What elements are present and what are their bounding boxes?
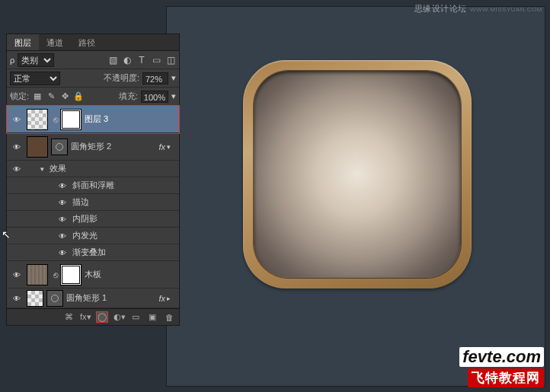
lock-move-icon[interactable]: ✥ (59, 91, 70, 101)
new-group-icon[interactable]: ▭ (130, 312, 141, 322)
layer-thumb[interactable] (27, 290, 43, 307)
type-filter-icon[interactable]: T (136, 55, 147, 65)
link-layers-icon[interactable]: ⌘ (63, 312, 74, 322)
watermark-top: 思缘设计论坛WWW.MISSYUAN.COM (414, 3, 542, 14)
layer-name[interactable]: 圆角矩形 2 (71, 141, 158, 152)
visibility-toggle[interactable] (53, 197, 72, 208)
link-icon: ⎋ (51, 270, 60, 279)
lock-brush-icon[interactable]: ✎ (46, 91, 56, 101)
tab-channels[interactable]: 通道 (39, 34, 71, 50)
visibility-toggle[interactable] (53, 247, 72, 258)
mask-thumb[interactable] (60, 109, 82, 130)
visibility-toggle[interactable] (7, 114, 27, 125)
visibility-toggle[interactable] (53, 214, 72, 225)
fx-name: 内阴影 (72, 213, 176, 225)
shape-filter-icon[interactable]: ▭ (151, 55, 161, 65)
layer-thumb[interactable] (27, 136, 48, 158)
fx-twist-icon[interactable]: ▸ (167, 295, 176, 302)
pixel-filter-icon[interactable]: ▧ (107, 55, 118, 65)
fx-row[interactable]: 描边 (7, 194, 179, 211)
smart-filter-icon[interactable]: ◫ (165, 55, 176, 65)
panel-tabs: 图层 通道 路径 (7, 34, 179, 51)
lock-pixels-icon[interactable]: ▦ (32, 91, 43, 101)
fx-name: 渐变叠加 (72, 247, 176, 258)
fx-menu-icon[interactable]: fx▾ (80, 312, 91, 322)
layer-row[interactable]: 圆角矩形 2 fx ▾ (7, 133, 179, 161)
lock-all-icon[interactable]: 🔒 (73, 91, 84, 101)
layer-row[interactable]: ⎋ 木板 (7, 261, 179, 288)
add-mask-icon[interactable]: ◯ (97, 312, 107, 322)
fx-row[interactable]: 内发光 (7, 228, 179, 244)
twist-icon[interactable]: ▾ (40, 165, 50, 173)
visibility-toggle[interactable] (7, 142, 27, 152)
pointer-cursor-icon: ↖ (2, 228, 11, 241)
link-icon: ⎋ (51, 115, 60, 124)
fx-label[interactable]: fx (158, 294, 165, 303)
filter-row: ρ 类别 ▧ ◐ T ▭ ◫ (7, 51, 179, 69)
icon-surface (254, 71, 461, 278)
fx-header-row[interactable]: ▾ 效果 (7, 161, 179, 177)
tab-paths[interactable]: 路径 (71, 34, 103, 50)
visibility-toggle[interactable] (53, 231, 72, 241)
vector-thumb[interactable] (51, 139, 68, 155)
visibility-toggle[interactable] (53, 180, 72, 191)
canvas-preview (166, 6, 545, 387)
visibility-toggle[interactable] (7, 269, 27, 280)
wood-frame (243, 60, 472, 288)
vector-thumb[interactable] (46, 290, 63, 307)
layer-name[interactable]: 圆角矩形 1 (66, 292, 158, 304)
layers-panel: 图层 通道 路径 ρ 类别 ▧ ◐ T ▭ ◫ 正常 不透明度: 72% ▾ 锁… (6, 33, 180, 326)
filter-kind-select[interactable]: 类别 (18, 53, 54, 67)
fx-name: 内发光 (72, 230, 176, 241)
new-layer-icon[interactable]: ▣ (147, 312, 158, 322)
visibility-toggle[interactable] (7, 164, 27, 174)
fill-caret-icon[interactable]: ▾ (171, 91, 176, 101)
fill-label: 填充: (119, 91, 138, 102)
lock-row: 锁定: ▦ ✎ ✥ 🔒 填充: 100% ▾ (7, 88, 179, 106)
blend-row: 正常 不透明度: 72% ▾ (7, 69, 179, 88)
filter-search-icon[interactable]: ρ (10, 56, 14, 65)
layer-thumb[interactable] (27, 109, 48, 130)
layer-row[interactable]: 圆角矩形 1 fx ▸ (7, 288, 179, 308)
lock-label: 锁定: (10, 91, 29, 102)
fx-label[interactable]: fx (158, 142, 165, 151)
trash-icon[interactable]: 🗑 (164, 313, 174, 322)
blend-mode-select[interactable]: 正常 (10, 72, 60, 85)
opacity-label: 不透明度: (104, 72, 139, 84)
fx-row[interactable]: 内阴影 (7, 211, 179, 228)
filter-type-icons: ▧ ◐ T ▭ ◫ (107, 55, 176, 65)
panel-footer: ⌘ fx▾ ◯ ◐▾ ▭ ▣ 🗑 (7, 308, 179, 325)
mask-thumb[interactable] (60, 264, 82, 285)
layers-list: ⎋ 图层 3 圆角矩形 2 fx ▾ ▾ 效果 斜面和浮雕 描边 (7, 106, 179, 308)
fx-row[interactable]: 渐变叠加 (7, 244, 179, 261)
layer-name[interactable]: 图层 3 (85, 113, 176, 125)
layer-row-selected[interactable]: ⎋ 图层 3 (7, 106, 179, 133)
opacity-caret-icon[interactable]: ▾ (171, 73, 176, 83)
adjustment-menu-icon[interactable]: ◐▾ (114, 312, 124, 322)
adjust-filter-icon[interactable]: ◐ (122, 55, 133, 65)
fx-name: 描边 (72, 196, 176, 208)
fx-name: 斜面和浮雕 (72, 180, 176, 191)
layer-thumb[interactable] (27, 264, 48, 285)
layer-name[interactable]: 木板 (85, 269, 176, 280)
fill-value[interactable]: 100% (141, 91, 168, 103)
fx-header: 效果 (50, 163, 176, 174)
opacity-value[interactable]: 72% (142, 72, 168, 84)
fx-row[interactable]: 斜面和浮雕 (7, 177, 179, 194)
watermark-bottom: fevte.com 飞特教程网 (459, 347, 544, 387)
visibility-toggle[interactable] (7, 293, 27, 304)
fx-twist-icon[interactable]: ▾ (167, 143, 176, 151)
tab-layers[interactable]: 图层 (7, 34, 39, 50)
